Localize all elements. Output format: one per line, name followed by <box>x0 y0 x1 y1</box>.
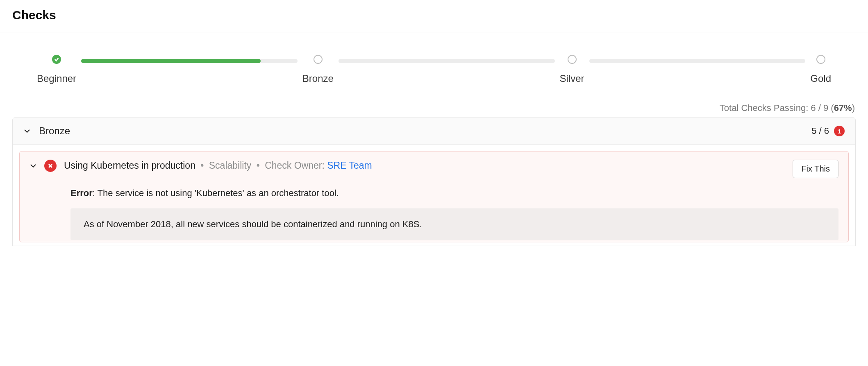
progress-bar-2 <box>589 59 806 63</box>
section-count: 5 / 6 <box>811 126 829 136</box>
chevron-down-icon[interactable] <box>30 162 37 169</box>
check-circle-icon <box>52 55 61 64</box>
level-label: Silver <box>560 73 584 84</box>
error-message: : The service is not using 'Kubernetes' … <box>93 188 339 198</box>
progress-bar-1 <box>339 59 555 63</box>
summary-line: Total Checks Passing: 6 / 9 (67%) <box>12 103 855 113</box>
progress-bar-0 <box>81 59 298 63</box>
level-label: Beginner <box>37 73 76 84</box>
level-bronze: Bronze <box>302 55 334 84</box>
section-bronze: Bronze 5 / 6 1 Using Kubernetes in produ… <box>12 117 856 246</box>
empty-circle-icon <box>816 55 825 64</box>
check-title-line: Using Kubernetes in production • Scalabi… <box>64 160 793 171</box>
progress-bar-0-fill <box>81 59 261 63</box>
summary-pct: 67% <box>834 103 852 113</box>
level-progress: Beginner Bronze Silver Gold <box>37 55 831 84</box>
check-owner-link[interactable]: SRE Team <box>327 160 372 171</box>
x-circle-icon <box>44 160 57 172</box>
check-title: Using Kubernetes in production <box>64 160 195 171</box>
level-label: Gold <box>810 73 831 84</box>
section-title: Bronze <box>39 125 811 137</box>
section-body: Using Kubernetes in production • Scalabi… <box>13 145 855 246</box>
summary-prefix: Total Checks Passing: <box>720 103 811 113</box>
fail-count-badge: 1 <box>834 126 845 136</box>
fix-this-button[interactable]: Fix This <box>793 160 838 178</box>
level-gold: Gold <box>810 55 831 84</box>
check-item: Using Kubernetes in production • Scalabi… <box>19 151 849 242</box>
check-error: Error: The service is not using 'Kuberne… <box>70 188 838 199</box>
summary-value: 6 / 9 <box>811 103 828 113</box>
empty-circle-icon <box>314 55 323 64</box>
page-header: Checks <box>0 0 868 32</box>
chevron-down-icon <box>23 127 31 135</box>
check-note: As of November 2018, all new services sh… <box>70 208 838 240</box>
level-beginner: Beginner <box>37 55 76 84</box>
page-title: Checks <box>12 8 856 22</box>
check-owner-label: Check Owner: <box>265 160 327 171</box>
level-silver: Silver <box>560 55 584 84</box>
empty-circle-icon <box>568 55 577 64</box>
error-label: Error <box>70 188 93 198</box>
section-header[interactable]: Bronze 5 / 6 1 <box>13 118 855 145</box>
level-label: Bronze <box>302 73 334 84</box>
check-category: Scalability <box>209 160 252 171</box>
